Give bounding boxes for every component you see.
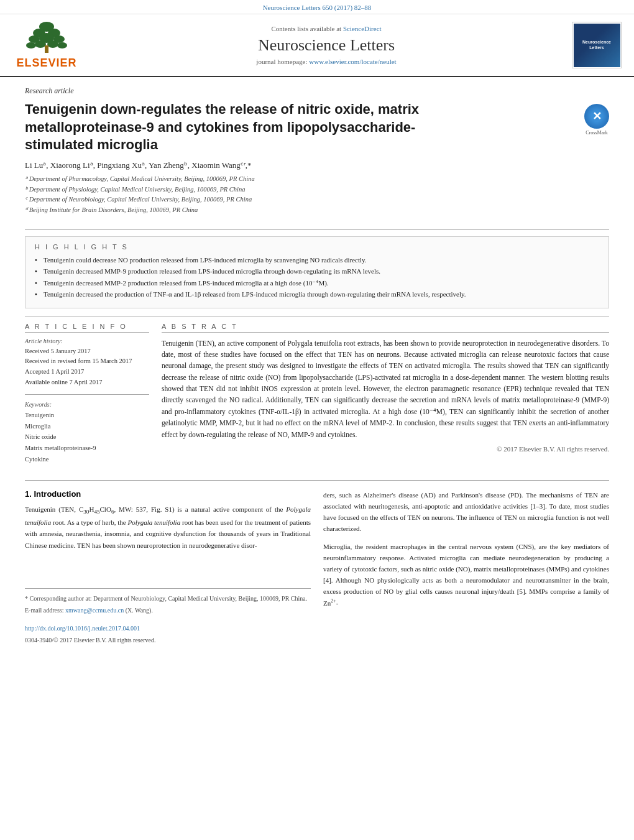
highlights-section: H I G H L I G H T S Tenuigenin could dec… [25, 236, 609, 308]
homepage-link[interactable]: www.elsevier.com/locate/neulet [309, 58, 396, 65]
footer-area: * Corresponding author at: Department of… [25, 588, 311, 645]
main-col-right: ders, such as Alzheimer's disease (AD) a… [323, 489, 609, 647]
article-info-label: A R T I C L E I N F O [25, 323, 149, 333]
keywords-label: Keywords: [25, 401, 149, 408]
intro-heading: 1. Introduction [25, 489, 311, 499]
abstract-col: A B S T R A C T Tenuigenin (TEN), an act… [162, 323, 609, 471]
main-col-left: 1. Introduction Tenuigenin (TEN, C30H45C… [25, 489, 311, 647]
journal-title: Neuroscience Letters [93, 36, 559, 55]
issn-footnote: 0304-3940/© 2017 Elsevier B.V. All right… [25, 635, 311, 645]
highlights-title: H I G H L I G H T S [35, 243, 599, 251]
sciencedirect-link: Contents lists available at ScienceDirec… [93, 25, 559, 32]
journal-thumb-image: NeuroscienceLetters [574, 24, 620, 67]
received-date: Received 5 January 2017 [25, 346, 149, 357]
article-history-block: Article history: Received 5 January 2017… [25, 338, 149, 388]
affiliations: ᵃ Department of Pharmacology, Capital Me… [25, 174, 575, 216]
keyword-4: Matrix metalloproteinase-9 [25, 443, 149, 454]
elsevier-tree-icon [22, 21, 71, 55]
crossmark-icon: ✕ [584, 104, 609, 129]
copyright-note: © 2017 Elsevier B.V. All rights reserved… [162, 445, 609, 453]
article-info-col: A R T I C L E I N F O Article history: R… [25, 323, 149, 471]
main-text-section: 1. Introduction Tenuigenin (TEN, C30H45C… [25, 480, 609, 647]
highlight-item-3: Tenuigenin decreased MMP-2 production re… [35, 279, 599, 288]
crossmark-label: CrossMark [584, 130, 609, 136]
affiliation-c: ᶜ Department of Neurobiology, Capital Me… [25, 195, 575, 205]
elsevier-brand: ELSEVIER [16, 57, 76, 70]
keyword-2: Microglia [25, 421, 149, 432]
accepted-date: Accepted 1 April 2017 [25, 367, 149, 377]
svg-point-8 [47, 40, 58, 48]
journal-header: ELSEVIER Contents lists available at Sci… [0, 14, 634, 77]
keyword-5: Cytokine [25, 454, 149, 465]
article-body: Research article Tenuigenin down-regulat… [0, 77, 634, 660]
corresponding-footnote: * Corresponding author at: Department of… [25, 594, 311, 603]
intro-para-left: Tenuigenin (TEN, C30H45ClO6, MW: 537, Fi… [25, 504, 311, 551]
authors-line: Li Luᵃ, Xiaorong Liᵃ, Pingxiang Xuᵃ, Yan… [25, 160, 575, 170]
svg-point-6 [26, 42, 36, 48]
info-divider [25, 394, 149, 395]
authors: Li Luᵃ, Xiaorong Liᵃ, Pingxiang Xuᵃ, Yan… [25, 160, 252, 170]
abstract-label: A B S T R A C T [162, 323, 609, 333]
email-footnote: E-mail address: xmwang@ccmu.edu.cn (X. W… [25, 606, 311, 615]
svg-point-7 [35, 40, 46, 48]
highlight-item-4: Tenuigenin decreased the production of T… [35, 290, 599, 299]
keywords-block: Keywords: Tenuigenin Microglia Nitric ox… [25, 401, 149, 465]
article-footer: * Corresponding author at: Department of… [25, 588, 311, 645]
title-main: Tenuigenin down-regulates the release of… [25, 101, 575, 223]
page: Neuroscience Letters 650 (2017) 82–88 EL… [0, 0, 634, 660]
doi-link[interactable]: http://dx.doi.org/10.1016/j.neulet.2017.… [25, 625, 140, 632]
received-revised-date: Received in revised form 15 March 2017 [25, 356, 149, 367]
citation-text: Neuroscience Letters 650 (2017) 82–88 [263, 4, 372, 11]
intro-para-right-1: ders, such as Alzheimer's disease (AD) a… [323, 489, 609, 535]
title-row: Tenuigenin down-regulates the release of… [25, 101, 609, 223]
article-title: Tenuigenin down-regulates the release of… [25, 101, 465, 154]
journal-homepage: journal homepage: www.elsevier.com/locat… [93, 58, 559, 65]
available-date: Available online 7 April 2017 [25, 377, 149, 388]
highlight-item-2: Tenuigenin decreased MMP-9 production re… [35, 267, 599, 276]
highlight-item-1: Tenuigenin could decrease NO production … [35, 256, 599, 265]
abstract-text: Tenuigenin (TEN), an active component of… [162, 338, 609, 441]
affiliation-a: ᵃ Department of Pharmacology, Capital Me… [25, 174, 575, 185]
journal-citation: Neuroscience Letters 650 (2017) 82–88 [0, 0, 634, 14]
intro-para-right-2: Microglia, the resident macrophages in t… [323, 541, 609, 609]
svg-point-9 [57, 42, 67, 48]
email-link[interactable]: xmwang@ccmu.edu.cn [65, 607, 124, 614]
divider-1 [25, 229, 609, 230]
highlights-list: Tenuigenin could decrease NO production … [35, 256, 599, 300]
svg-rect-10 [45, 45, 48, 53]
article-type: Research article [25, 86, 609, 96]
keyword-1: Tenuigenin [25, 410, 149, 421]
keyword-3: Nitric oxide [25, 432, 149, 443]
journal-center: Contents lists available at ScienceDirec… [81, 25, 572, 65]
affiliation-d: ᵈ Beijing Institute for Brain Disorders,… [25, 205, 575, 216]
elsevier-logo: ELSEVIER [12, 21, 81, 70]
history-label: Article history: [25, 338, 149, 344]
affiliation-b: ᵇ Department of Physiology, Capital Medi… [25, 185, 575, 195]
sciencedirect-anchor[interactable]: ScienceDirect [343, 25, 382, 32]
doi-footnote: http://dx.doi.org/10.1016/j.neulet.2017.… [25, 624, 311, 633]
journal-thumbnail: NeuroscienceLetters [572, 22, 622, 68]
divider-2 [25, 316, 609, 316]
crossmark-area: ✕ CrossMark [584, 104, 609, 136]
info-abstract-section: A R T I C L E I N F O Article history: R… [25, 323, 609, 471]
